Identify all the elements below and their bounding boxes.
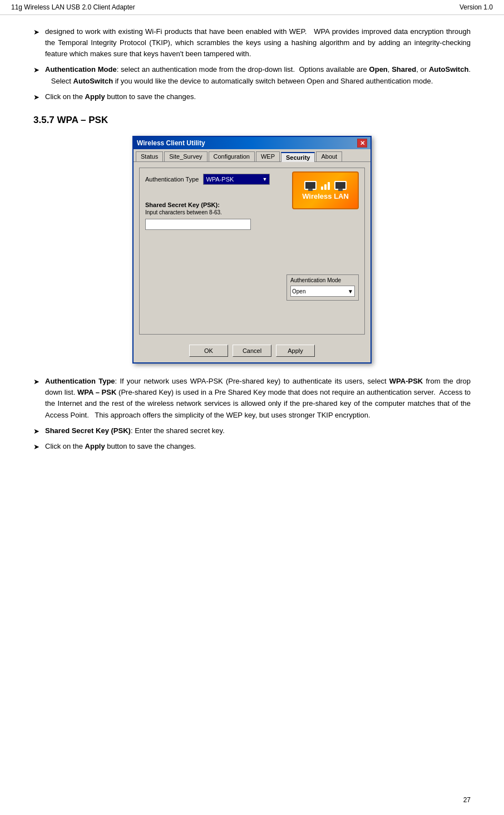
bullet-item-1: ➤ designed to work with existing Wi-Fi p… [33,26,471,60]
dropdown-arrow-icon: ▼ [263,176,268,182]
auth-mode-dropdown[interactable]: Open ▼ [290,286,355,297]
bullet-text-2: Authentication Mode: select an authentic… [45,64,471,86]
dialog-footer: OK Cancel Apply [134,340,370,362]
auth-type-value: WPA-PSK [206,176,234,183]
tab-site-survey[interactable]: Site_Survey [164,151,207,161]
sig-line-2 [324,184,327,190]
cancel-button[interactable]: Cancel [233,345,271,357]
header-left: 11g Wireless LAN USB 2.0 Client Adapter [11,3,135,11]
bottom-bullet-arrow-2: ➤ [33,426,39,437]
bullet-arrow-1: ➤ [33,27,39,60]
dialog-window: Wireless Client Utility ✕ Status Site_Su… [132,136,372,364]
dialog-container: Wireless Client Utility ✕ Status Site_Su… [33,136,471,364]
bullet-text-3: Click on the Apply button to save the ch… [45,91,471,103]
bullet-arrow-2: ➤ [33,65,39,86]
psk-input[interactable] [145,219,251,230]
dialog-titlebar: Wireless Client Utility ✕ [134,137,370,149]
apply-button[interactable]: Apply [276,345,315,357]
intro-bullets: ➤ designed to work with existing Wi-Fi p… [33,26,471,102]
header-right: Version 1.0 [459,3,493,11]
auth-type-label: Authentication Type [145,176,199,183]
section-heading: 3.5.7 WPA – PSK [33,115,471,126]
dialog-title: Wireless Client Utility [137,139,205,147]
page-header: 11g Wireless LAN USB 2.0 Client Adapter … [0,0,504,15]
dialog-inner: Authentication Type WPA-PSK ▼ [139,168,365,335]
psk-sublabel: Input characters between 8-63. [145,209,359,215]
sig-line-1 [321,186,323,190]
auth-mode-title: Authentication Mode [290,277,355,283]
tab-status[interactable]: Status [136,151,163,161]
tab-wep[interactable]: WEP [256,151,280,161]
bottom-bullet-text-1: Authentication Type: If your network use… [45,376,471,421]
bottom-bullet-text-2: Shared Secret Key (PSK): Enter the share… [45,425,471,437]
dialog-body: Authentication Type WPA-PSK ▼ [134,162,370,340]
bottom-bullet-2: ➤ Shared Secret Key (PSK): Enter the sha… [33,425,471,437]
auth-mode-arrow-icon: ▼ [348,288,353,294]
auth-mode-box: Authentication Mode Open ▼ [286,274,359,301]
bottom-bullet-text-3: Click on the Apply button to save the ch… [45,441,471,453]
tab-configuration[interactable]: Configuration [209,151,255,161]
monitor-icon [304,181,317,190]
dialog-tabs: Status Site_Survey Configuration WEP Sec… [134,149,370,162]
wireless-lan-logo: Wireless LAN [292,171,359,209]
bullet-item-2: ➤ Authentication Mode: select an authent… [33,64,471,86]
bullet-item-3: ➤ Click on the Apply button to save the … [33,91,471,103]
sig-line-3 [328,182,330,190]
tab-about[interactable]: About [316,151,342,161]
signal-lines-icon [321,181,330,190]
page-footer: 27 [463,796,471,804]
dialog-close-button[interactable]: ✕ [357,139,367,148]
bullet-arrow-3: ➤ [33,92,39,103]
tab-security[interactable]: Security [281,152,315,162]
bullet-text-1: designed to work with existing Wi-Fi pro… [45,26,471,60]
logo-icons [304,181,347,190]
bottom-bullet-arrow-3: ➤ [33,441,39,453]
ok-button[interactable]: OK [189,345,228,357]
auth-mode-value: Open [292,288,305,294]
bottom-bullet-1: ➤ Authentication Type: If your network u… [33,376,471,421]
bottom-bullets: ➤ Authentication Type: If your network u… [33,376,471,453]
auth-type-dropdown[interactable]: WPA-PSK ▼ [203,174,270,185]
wireless-lan-text: Wireless LAN [302,192,349,200]
page-number: 27 [463,796,471,804]
bottom-bullet-3: ➤ Click on the Apply button to save the … [33,441,471,453]
monitor-icon-2 [334,181,347,190]
bottom-bullet-arrow-1: ➤ [33,376,39,421]
page-content: ➤ designed to work with existing Wi-Fi p… [0,15,504,479]
